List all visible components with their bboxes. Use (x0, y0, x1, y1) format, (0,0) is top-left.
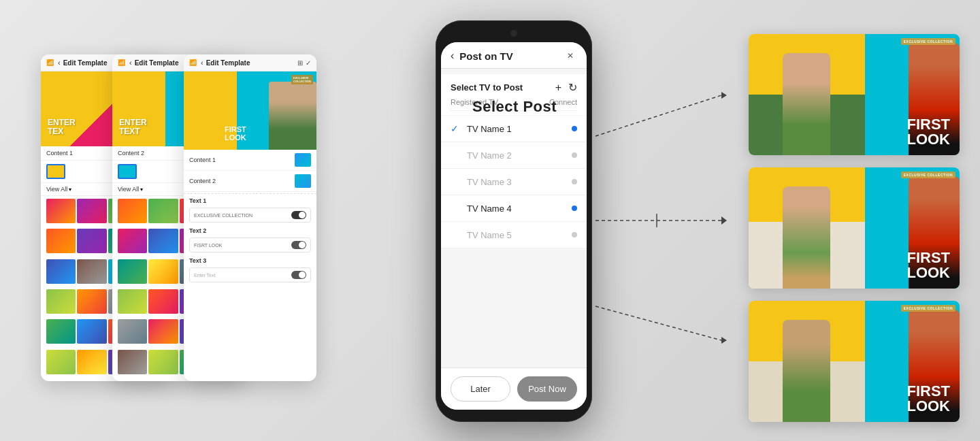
tv-list: ✓ TV Name 1 ✓ TV Name 2 ✓ TV Name 3 (441, 116, 587, 248)
select-tv-row: Select TV to Post + ↻ (451, 81, 577, 94)
tv-list-item-1[interactable]: ✓ TV Name 1 (441, 116, 587, 142)
select-post-label: Select Post (472, 98, 557, 116)
tv-name-3: TV Name 3 (467, 177, 566, 187)
grid-cell[interactable] (118, 229, 147, 253)
fullscreen-icon-3[interactable]: ⊞ (297, 59, 303, 67)
tv-check-icon-2: ✓ (451, 150, 461, 161)
tv-screen-2-text: FIRSTLOOK (906, 250, 950, 280)
grid-cell[interactable] (118, 350, 147, 374)
grid-cell[interactable] (148, 229, 178, 253)
tv-screen-1-right: EXCLUSIVE COLLECTION FIRSTLOOK (865, 34, 960, 155)
grid-cell[interactable] (118, 259, 147, 284)
grid-cell[interactable] (148, 350, 178, 374)
tv-screen-1: EXCLUSIVE COLLECTION FIRSTLOOK (749, 34, 960, 155)
screen3-text1-value: EXCLUSIVE COLLECTION (194, 213, 252, 218)
select-tv-label: Select TV to Post (451, 82, 523, 93)
tv-screen-3-left (749, 301, 865, 422)
grid-cell[interactable] (46, 350, 76, 374)
grid-cell[interactable] (46, 319, 76, 344)
screen3-text2-toggle[interactable] (291, 241, 306, 249)
check-icon-3[interactable]: ✓ (306, 59, 311, 67)
tv-list-item-2[interactable]: ✓ TV Name 2 (441, 142, 587, 169)
wifi-icon-1: 📶 (46, 59, 54, 66)
screen3-text3-toggle[interactable] (291, 271, 306, 279)
grid-cell[interactable] (118, 199, 147, 223)
screen3-preview: FIRSTLOOK EXCLUSIVECOLLECTION (184, 71, 316, 150)
post-now-button[interactable]: Post Now (517, 376, 577, 402)
grid-cell[interactable] (148, 199, 178, 223)
grid-cell[interactable] (148, 259, 178, 284)
tv-check-icon-1: ✓ (451, 123, 461, 134)
screen1-thumb-1[interactable] (46, 164, 65, 179)
grid-cell[interactable] (148, 289, 178, 314)
screen3-text2-field[interactable]: FISRT LOOK (189, 238, 311, 252)
grid-cell[interactable] (77, 289, 106, 314)
phone-device: ‹ Post on TV ✕ Select TV to Post + ↻ (436, 20, 592, 422)
screen3-text3-placeholder: Enter Text (194, 273, 215, 278)
app-screen-3: 📶 ‹ Edit Template ⊞ ✓ FIRSTLOOK EXCLUSIV… (184, 54, 316, 381)
tv-screen-3-badge: EXCLUSIVE COLLECTION (901, 305, 956, 312)
screen3-overlay: FIRSTLOOK (225, 125, 246, 142)
grid-cell[interactable] (77, 350, 106, 374)
screen3-text2-section: Text 2 (184, 225, 316, 235)
back-icon-1[interactable]: ‹ (58, 59, 61, 67)
screen2-content-label: Content 2 (118, 150, 144, 157)
tv-list-item-5[interactable]: ✓ TV Name 5 (441, 222, 587, 248)
phone-camera (510, 30, 517, 37)
screen3-person (269, 82, 316, 150)
phone-back-button[interactable]: ‹ (451, 50, 454, 62)
select-tv-actions: + ↻ (555, 81, 577, 94)
phone-ui: ‹ Post on TV ✕ Select TV to Post + ↻ (441, 42, 587, 410)
screen3-content1-label: Content 1 (189, 157, 291, 163)
grid-cell[interactable] (46, 259, 76, 284)
svg-marker-1 (721, 92, 727, 99)
tv-screen-1-content: EXCLUSIVE COLLECTION FIRSTLOOK (749, 34, 960, 155)
tv-status-dot-3 (572, 179, 577, 184)
screen3-text2-value: FISRT LOOK (194, 243, 222, 248)
screen3-text3-field[interactable]: Enter Text (189, 267, 311, 282)
grid-cell[interactable] (148, 319, 178, 344)
phone-screen: ‹ Post on TV ✕ Select TV to Post + ↻ (441, 42, 587, 410)
screen3-badge: EXCLUSIVECOLLECTION (291, 75, 313, 84)
tv-screen-2-person (783, 186, 830, 289)
screen3-text1-field[interactable]: EXCLUSIVE COLLECTION (189, 208, 311, 223)
back-icon-3[interactable]: ‹ (201, 59, 203, 67)
screen2-thumb-1[interactable] (118, 164, 137, 179)
tv-screen-1-person (783, 53, 830, 155)
back-icon-2[interactable]: ‹ (129, 59, 132, 67)
grid-cell[interactable] (46, 289, 76, 314)
screen2-overlay-text: ENTERTEXT (119, 118, 147, 136)
tv-list-item-3[interactable]: ✓ TV Name 3 (441, 169, 587, 195)
grid-cell[interactable] (46, 199, 76, 223)
screen3-content2-label: Content 2 (189, 178, 291, 184)
svg-line-4 (595, 306, 721, 340)
tv-name-1: TV Name 1 (467, 124, 566, 134)
wifi-icon-3: 📶 (189, 59, 197, 66)
refresh-tv-button[interactable]: ↻ (568, 81, 577, 94)
tv-screen-3: EXCLUSIVE COLLECTION FIRSTLOOK (749, 301, 960, 422)
grid-cell[interactable] (77, 199, 106, 223)
svg-line-0 (595, 95, 721, 136)
tv-screen-3-right: EXCLUSIVE COLLECTION FIRSTLOOK (865, 301, 960, 422)
grid-cell[interactable] (118, 319, 147, 344)
grid-cell[interactable] (77, 259, 106, 284)
tv-list-item-4[interactable]: ✓ TV Name 4 (441, 195, 587, 222)
add-tv-button[interactable]: + (555, 82, 561, 94)
tv-screen-2-badge: EXCLUSIVE COLLECTION (901, 172, 956, 178)
screen3-content1-thumb[interactable] (295, 153, 311, 167)
screen3-content2-thumb[interactable] (295, 174, 311, 188)
later-button[interactable]: Later (451, 376, 510, 402)
grid-cell[interactable] (46, 229, 76, 253)
grid-cell[interactable] (77, 319, 106, 344)
phone-close-button[interactable]: ✕ (564, 49, 577, 63)
chevron-down-icon-1: ▾ (69, 186, 71, 193)
phone-footer: Later Post Now (441, 368, 587, 410)
tv-screen-3-text: FIRSTLOOK (906, 384, 950, 414)
tv-name-4: TV Name 4 (467, 203, 566, 214)
grid-cell[interactable] (118, 289, 147, 314)
grid-cell[interactable] (77, 229, 106, 253)
screen3-text1-section: Text 1 (184, 195, 316, 205)
screen3-text1-toggle[interactable] (291, 211, 306, 219)
tv-screen-3-content: EXCLUSIVE COLLECTION FIRSTLOOK (749, 301, 960, 422)
svg-marker-5 (721, 337, 727, 344)
